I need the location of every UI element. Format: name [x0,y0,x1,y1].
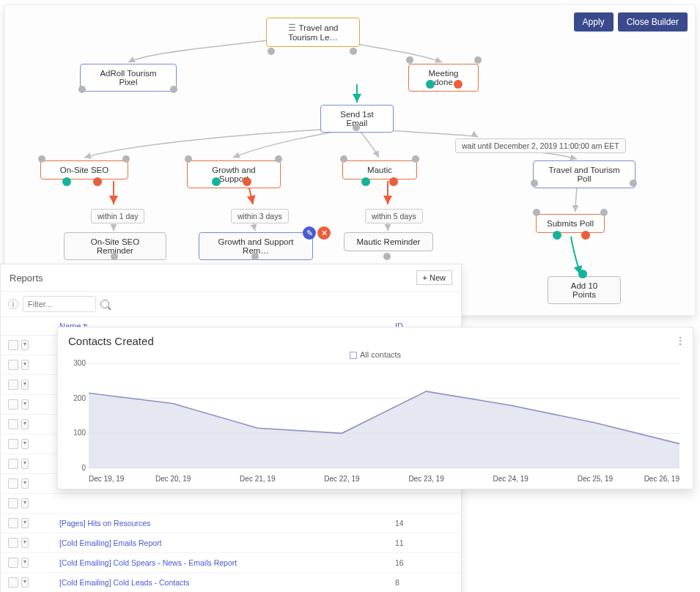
edit-node-button[interactable]: ✎ [303,226,316,240]
svg-text:Dec 25, 19: Dec 25, 19 [578,475,614,483]
row-action-dropdown[interactable]: ▾ [21,518,29,528]
port-no[interactable] [93,177,102,186]
row-checkbox[interactable] [8,459,18,469]
table-row[interactable]: ▾[Cold Emailing] Emails Report11 [1,533,461,553]
table-row[interactable]: ▾[Cold Emailing] Cold Leads - Contacts8 [1,573,461,592]
port-no[interactable] [243,177,251,186]
row-action-dropdown[interactable]: ▾ [21,478,29,489]
row-checkbox[interactable] [8,380,18,390]
filter-input[interactable] [23,296,96,312]
table-row[interactable]: ▾ [1,494,461,514]
port-yes[interactable] [62,177,71,186]
row-checkbox[interactable] [8,558,18,568]
row-action-dropdown[interactable]: ▾ [21,419,29,429]
svg-text:Dec 23, 19: Dec 23, 19 [408,475,444,483]
row-action-dropdown[interactable]: ▾ [21,558,29,568]
node-mautic-reminder[interactable]: Mautic Reminder [344,232,433,251]
port-yes[interactable] [426,80,435,89]
port-no[interactable] [454,80,463,89]
chart-legend[interactable]: All contacts [68,350,682,359]
apply-button[interactable]: Apply [574,12,614,32]
port[interactable] [78,86,86,93]
delay-chip-3days[interactable]: within 3 days [231,209,289,223]
port[interactable] [412,155,419,163]
port[interactable] [474,56,482,64]
row-name[interactable]: [Cold Emailing] Cold Spears - News - Ema… [59,558,395,567]
port[interactable] [600,209,608,216]
port[interactable] [38,155,45,163]
delay-chip-1day[interactable]: within 1 day [91,209,144,223]
chart-menu-button[interactable]: ⋮ [675,335,685,347]
port[interactable] [383,253,391,260]
port[interactable] [111,253,118,260]
row-checkbox[interactable] [8,478,18,489]
new-report-button[interactable]: + New [416,270,453,285]
svg-text:Dec 22, 19: Dec 22, 19 [324,475,360,483]
port[interactable] [340,155,347,163]
port[interactable] [353,124,360,131]
list-icon: ☰ [288,23,296,32]
row-checkbox[interactable] [8,439,18,449]
info-icon[interactable]: i [8,299,18,309]
port[interactable] [268,48,275,55]
row-id: 16 [395,558,454,567]
node-submits-poll[interactable]: Submits Poll [536,214,605,233]
close-builder-button[interactable]: Close Builder [618,12,688,32]
port[interactable] [406,56,413,64]
wait-chip[interactable]: wait until December 2, 2019 11:00:00 am … [455,138,626,153]
row-name[interactable]: [Cold Emailing] Emails Report [59,539,395,547]
reports-filter-bar: i [1,292,461,317]
row-name[interactable]: [Cold Emailing] Cold Leads - Contacts [59,578,395,587]
row-action-dropdown[interactable]: ▾ [21,538,29,548]
row-name[interactable]: [Pages] Hits on Resources [59,519,395,528]
node-add-points[interactable]: Add 10 Points [548,276,621,304]
port[interactable] [251,253,259,260]
port[interactable] [531,180,538,187]
port[interactable] [630,180,637,187]
row-checkbox[interactable] [8,399,18,410]
row-checkbox[interactable] [8,498,18,508]
row-checkbox[interactable] [8,577,18,588]
row-checkbox[interactable] [8,419,18,429]
node-campaign-root[interactable]: ☰Travel and Tourism Le… [266,18,360,47]
port[interactable] [533,209,540,216]
delay-chip-5days[interactable]: within 5 days [365,209,423,223]
svg-text:100: 100 [73,429,86,437]
node-onsite-seo[interactable]: On-Site SEO [40,160,128,180]
row-action-dropdown[interactable]: ▾ [21,439,29,449]
port-yes[interactable] [361,177,370,186]
row-id: 14 [395,519,454,528]
search-icon[interactable] [100,300,109,308]
node-adroll[interactable]: AdRoll Tourism Pixel [80,64,177,92]
port[interactable] [170,86,177,93]
row-checkbox[interactable] [8,538,18,548]
port-no[interactable] [581,231,590,240]
row-action-dropdown[interactable]: ▾ [21,399,29,410]
row-action-dropdown[interactable]: ▾ [21,360,29,370]
port[interactable] [275,155,282,163]
node-meeting-done[interactable]: Meeting done [408,64,479,92]
port[interactable] [350,48,357,55]
row-checkbox[interactable] [8,340,18,350]
port-no[interactable] [389,177,398,186]
row-checkbox[interactable] [8,360,18,370]
port-yes[interactable] [212,177,221,186]
port[interactable] [578,270,587,278]
table-row[interactable]: ▾[Cold Emailing] Cold Spears - News - Em… [1,553,461,573]
node-poll[interactable]: Travel and Tourism Poll [533,160,635,188]
table-row[interactable]: ▾[Pages] Hits on Resources14 [1,514,461,533]
node-growth-support[interactable]: Growth and Support [187,160,281,188]
row-checkbox[interactable] [8,518,18,528]
row-action-dropdown[interactable]: ▾ [21,380,29,390]
node-mautic[interactable]: Mautic [342,160,417,180]
chart-title: Contacts Created [68,335,682,347]
port[interactable] [122,155,130,163]
port-yes[interactable] [553,231,561,240]
delete-node-button[interactable]: ✕ [317,226,331,240]
svg-text:300: 300 [73,359,86,367]
row-action-dropdown[interactable]: ▾ [21,577,29,588]
port[interactable] [185,155,192,163]
row-action-dropdown[interactable]: ▾ [21,498,29,508]
row-action-dropdown[interactable]: ▾ [21,340,29,350]
row-action-dropdown[interactable]: ▾ [21,459,29,469]
